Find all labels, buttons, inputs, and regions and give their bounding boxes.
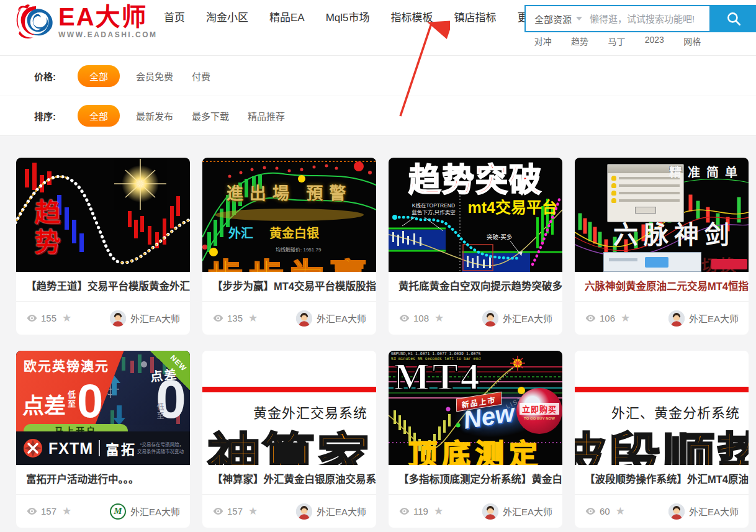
sort-filter-newest[interactable]: 最新发布 bbox=[136, 109, 173, 122]
sort-filter-all[interactable]: 全部 bbox=[78, 105, 120, 127]
product-thumbnail[interactable]: 趋势 bbox=[16, 158, 190, 272]
product-thumbnail[interactable]: 黄金外汇交易系统 神算家 bbox=[202, 351, 376, 465]
search-box: 全部资源 bbox=[524, 5, 711, 32]
avatar bbox=[296, 310, 312, 327]
product-card[interactable]: 黄金外汇交易系统 神算家 【神算家】外汇黄金白银原油交易系统... 157 ★ … bbox=[202, 351, 376, 528]
eye-icon bbox=[398, 505, 410, 517]
product-title[interactable]: 【神算家】外汇黄金白银原油交易系统... bbox=[202, 465, 376, 494]
sort-filter-recommended[interactable]: 精品推荐 bbox=[248, 109, 285, 122]
eye-icon bbox=[398, 312, 410, 324]
product-title[interactable]: 【步步为嬴】MT4交易平台模版股指... bbox=[202, 272, 376, 301]
product-title[interactable]: 【多指标顶底测定分析系统】黄金白银... bbox=[389, 465, 562, 494]
product-card[interactable]: GBPUSD,H1 1.6071 1.6077 1.6039 1.6075 53… bbox=[389, 351, 562, 528]
star-icon[interactable]: ★ bbox=[62, 312, 71, 325]
author-link[interactable]: 外汇EA大师 bbox=[296, 310, 366, 327]
view-count: 60 ★ bbox=[585, 505, 625, 518]
thumb-text: 低至 bbox=[155, 403, 165, 420]
product-thumbnail[interactable]: 進出場 預警 外汇黄金白银 均线触碰价: 1951.79 步步为嬴 bbox=[202, 158, 376, 272]
search-icon bbox=[726, 11, 742, 27]
search-input[interactable] bbox=[590, 14, 703, 24]
search-category-select[interactable]: 全部资源 bbox=[534, 12, 582, 25]
star-icon[interactable]: ★ bbox=[621, 312, 630, 325]
product-card[interactable]: 趋势突破 mt4交易平台 K线在TOPTREND蓝色下方,只作卖空 突破-买多 … bbox=[389, 158, 562, 335]
thumb-text: 精准简单 bbox=[669, 163, 744, 181]
main-nav: 首页 淘金小区 精品EA Mql5市场 指标模板 镇店指标 更多 bbox=[164, 0, 556, 32]
nav-home[interactable]: 首页 bbox=[164, 9, 185, 24]
thumb-text: 趋势 bbox=[26, 199, 64, 258]
view-count: 108 ★ bbox=[398, 312, 444, 325]
product-thumbnail[interactable]: 趋势突破 mt4交易平台 K线在TOPTREND蓝色下方,只作卖空 突破-买多 bbox=[389, 158, 562, 272]
star-icon[interactable]: ★ bbox=[248, 505, 258, 518]
eye-icon bbox=[26, 505, 38, 517]
ad-thumbnail[interactable]: 欧元英镑澳元 点差 低至 0 马上开户 NEW 点差 0 低至 FXTM bbox=[16, 351, 190, 465]
view-count: 157 ★ bbox=[212, 505, 258, 518]
product-thumbnail[interactable]: GBPUSD,H1 1.6071 1.6077 1.6039 1.6075 53… bbox=[389, 351, 562, 465]
thumb-text: 外汇黄金白银 bbox=[228, 223, 319, 241]
product-card[interactable]: 趋势 【趋势王道】交易平台模版黄金外汇分... 155 ★ 外汇EA大师 bbox=[16, 158, 190, 335]
thumb-text: mt4交易平台 bbox=[468, 195, 557, 217]
hot-tag[interactable]: 2023 bbox=[645, 35, 664, 47]
view-count: 135 ★ bbox=[212, 312, 258, 325]
product-thumbnail[interactable]: 精准简单 六脉神剑 自动切换 bbox=[575, 158, 749, 272]
search-button[interactable] bbox=[711, 5, 756, 32]
star-icon[interactable]: ★ bbox=[434, 505, 443, 518]
fxtm-logo-icon bbox=[22, 438, 43, 459]
card-footer: 119 ★ 外汇EA大师 bbox=[389, 494, 562, 528]
product-card[interactable]: 精准简单 六脉神剑 自动切换 六脉神剑黄金原油二元交易MT4恒指/... 106… bbox=[575, 158, 749, 335]
price-filter-member-free[interactable]: 会员免费 bbox=[136, 70, 173, 83]
ad-card-fxtm[interactable]: 欧元英镑澳元 点差 低至 0 马上开户 NEW 点差 0 低至 FXTM bbox=[16, 351, 190, 528]
logo-icon bbox=[16, 4, 56, 40]
sort-filter-most-downloaded[interactable]: 最多下载 bbox=[192, 109, 229, 122]
card-footer: 108 ★ 外汇EA大师 bbox=[389, 301, 562, 335]
hot-tag[interactable]: 对冲 bbox=[534, 35, 552, 47]
avatar bbox=[482, 310, 498, 327]
star-icon[interactable]: ★ bbox=[248, 312, 258, 325]
price-filter-label: 价格: bbox=[34, 70, 78, 83]
product-card[interactable]: 進出場 預警 外汇黄金白银 均线触碰价: 1951.79 步步为嬴 【步步为嬴】… bbox=[202, 158, 376, 335]
nav-shop-indicator[interactable]: 镇店指标 bbox=[454, 9, 497, 24]
thumb-text: 富拓 bbox=[106, 438, 137, 458]
price-filter-row: 价格: 全部 会员免费 付费 bbox=[0, 56, 756, 96]
card-footer: 60 ★ 外汇EA大师 bbox=[575, 494, 749, 528]
price-filter-all[interactable]: 全部 bbox=[78, 65, 120, 87]
star-icon[interactable]: ★ bbox=[434, 312, 444, 325]
nav-taojin[interactable]: 淘金小区 bbox=[206, 9, 248, 24]
product-title[interactable]: 黄托底黄金白空双向提示趋势突破多空... bbox=[389, 272, 562, 301]
hot-tag[interactable]: 趋势 bbox=[571, 35, 588, 47]
nav-indicator-template[interactable]: 指标模板 bbox=[391, 9, 433, 24]
thumb-text: 突破-买多 bbox=[487, 232, 512, 241]
buy-now-badge: 立即购买 TO GO BUY NOW bbox=[516, 388, 562, 434]
hot-tag[interactable]: 网格 bbox=[683, 35, 701, 47]
author-link[interactable]: 外汇EA大师 bbox=[668, 310, 739, 327]
star-icon[interactable]: ★ bbox=[616, 505, 625, 518]
site-logo[interactable]: EA大师 WWW.EADASHI.COM bbox=[16, 4, 158, 40]
author-link[interactable]: 外汇EA大师 bbox=[296, 503, 366, 520]
logo-text: EA大师 bbox=[58, 4, 158, 29]
thumb-text: 低至 bbox=[68, 390, 76, 409]
product-card[interactable]: 外汇、黄金分析系统 波段顺势 【波段顺势操作系统】外汇MT4原油... 60 ★… bbox=[575, 351, 749, 528]
thumb-text: *交易存在亏损风险，交易条件或随市况变动 bbox=[137, 441, 184, 456]
product-title[interactable]: 【波段顺势操作系统】外汇MT4原油... bbox=[575, 465, 749, 494]
author-link[interactable]: 外汇EA大师 bbox=[482, 503, 552, 520]
product-grid: 趋势 【趋势王道】交易平台模版黄金外汇分... 155 ★ 外汇EA大师 bbox=[0, 136, 756, 528]
product-thumbnail[interactable]: 外汇、黄金分析系统 波段顺势 bbox=[575, 351, 749, 465]
open-account-button[interactable]: 马上开户 bbox=[24, 424, 128, 431]
thumb-text: 六脉神剑 bbox=[613, 215, 735, 251]
author-link[interactable]: M 外汇EA大师 bbox=[110, 503, 180, 520]
red-bar bbox=[575, 387, 749, 392]
price-filter-paid[interactable]: 付费 bbox=[192, 70, 210, 83]
author-link[interactable]: 外汇EA大师 bbox=[110, 310, 180, 327]
product-title[interactable]: 六脉神剑黄金原油二元交易MT4恒指/... bbox=[575, 272, 749, 301]
author-link[interactable]: 外汇EA大师 bbox=[668, 503, 739, 520]
hot-tags: 对冲 趋势 马丁 2023 网格 bbox=[524, 35, 711, 47]
eye-icon bbox=[585, 505, 596, 517]
product-title[interactable]: 富拓开户活动进行中。。。 bbox=[16, 465, 190, 494]
author-link[interactable]: 外汇EA大师 bbox=[482, 310, 552, 327]
hot-tag[interactable]: 马丁 bbox=[608, 35, 625, 47]
star-icon[interactable]: ★ bbox=[62, 505, 71, 518]
avatar bbox=[110, 310, 126, 327]
avatar bbox=[296, 503, 312, 520]
product-title[interactable]: 【趋势王道】交易平台模版黄金外汇分... bbox=[16, 272, 190, 301]
nav-mql5-market[interactable]: Mql5市场 bbox=[326, 9, 370, 24]
nav-premium-ea[interactable]: 精品EA bbox=[269, 9, 305, 24]
